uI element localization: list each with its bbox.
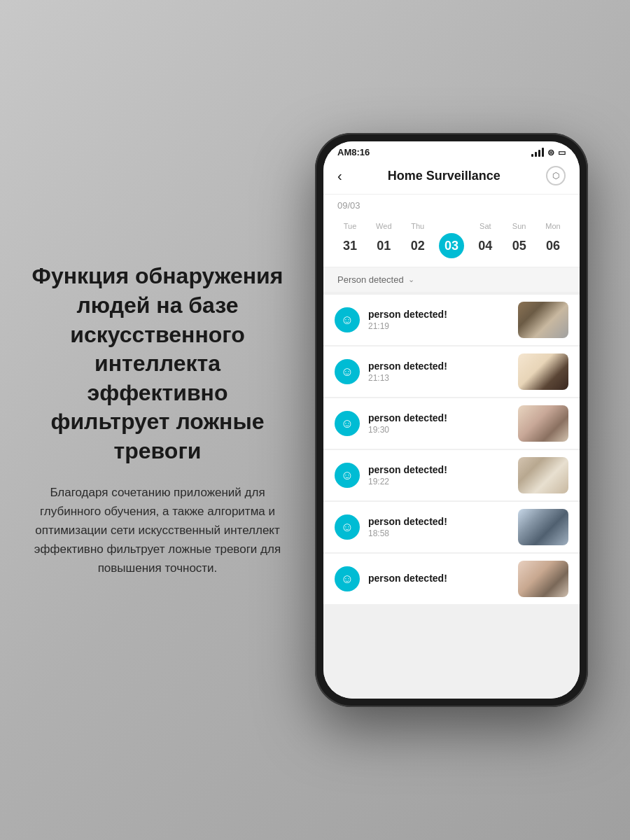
calendar-day-02[interactable]: Thu02 [402, 222, 433, 258]
day-name: Thu [411, 222, 424, 230]
event-time: 19:22 [368, 477, 510, 486]
day-number: 06 [540, 233, 566, 258]
event-item[interactable]: ☺person detected!21:19 [323, 295, 580, 345]
event-title: person detected! [368, 360, 510, 372]
event-title: person detected! [368, 412, 510, 424]
main-title: Функция обнаружения людей на базе искусс… [28, 262, 287, 465]
filter-row[interactable]: Person detected ⌄ [323, 267, 580, 292]
event-thumbnail [518, 561, 568, 597]
event-thumbnail [518, 457, 568, 493]
calendar-day-03[interactable]: Fri03 [436, 222, 467, 258]
event-info: person detected!21:13 [368, 360, 510, 383]
calendar-day-31[interactable]: Tue31 [335, 222, 365, 258]
day-number: 05 [507, 233, 532, 258]
day-name: Mon [545, 222, 560, 230]
day-name: Wed [376, 222, 391, 230]
events-list: ☺person detected!21:19☺person detected!2… [323, 292, 580, 699]
calendar-day-04[interactable]: Sat04 [470, 222, 500, 258]
person-detected-icon: ☺ [335, 463, 360, 488]
event-thumbnail [518, 354, 568, 390]
status-time: AM8:16 [337, 147, 370, 158]
day-number: 02 [405, 233, 430, 258]
day-number: 31 [337, 233, 363, 258]
event-thumbnail [518, 509, 568, 545]
date-section: 09/03 [323, 195, 580, 216]
person-detected-icon: ☺ [335, 566, 360, 592]
battery-icon: ▭ [558, 148, 566, 158]
phone-mockup: AM8:16 ⊜ ▭ ‹ Home Surveillance ⬡ [315, 133, 588, 707]
phone-wrapper: AM8:16 ⊜ ▭ ‹ Home Surveillance ⬡ [294, 133, 609, 707]
day-name: Tue [344, 222, 357, 230]
person-detected-icon: ☺ [335, 359, 360, 384]
calendar-strip: Tue31Wed01Thu02Fri03Sat04Sun05Mon06 [323, 216, 580, 267]
event-item[interactable]: ☺person detected!21:13 [323, 346, 580, 397]
event-item[interactable]: ☺person detected!18:58 [323, 502, 580, 552]
event-thumbnail [518, 302, 568, 338]
day-name: Fri [447, 222, 456, 230]
person-detected-icon: ☺ [335, 307, 360, 332]
signal-icon [531, 148, 544, 157]
status-icons: ⊜ ▭ [531, 148, 566, 158]
event-info: person detected!18:58 [368, 516, 510, 538]
event-title: person detected! [368, 464, 510, 475]
event-title: person detected! [368, 309, 510, 320]
day-name: Sat [479, 222, 491, 230]
event-info: person detected!21:19 [368, 309, 510, 331]
status-bar: AM8:16 ⊜ ▭ [323, 141, 580, 160]
event-title: person detected! [368, 516, 510, 527]
settings-icon[interactable]: ⬡ [546, 166, 566, 186]
event-time: 19:30 [368, 425, 510, 435]
person-detected-icon: ☺ [335, 411, 360, 436]
back-button[interactable]: ‹ [337, 168, 342, 184]
app-header: ‹ Home Surveillance ⬡ [323, 160, 580, 195]
event-time: 21:13 [368, 373, 510, 383]
event-item[interactable]: ☺person detected!19:30 [323, 398, 580, 449]
left-panel: Функция обнаружения людей на базе искусс… [21, 262, 287, 578]
person-detected-icon: ☺ [335, 514, 360, 540]
event-item[interactable]: ☺person detected! [323, 554, 580, 604]
event-title: person detected! [368, 573, 510, 584]
day-number: 03 [439, 233, 464, 258]
day-number: 01 [371, 233, 396, 258]
event-info: person detected! [368, 573, 510, 585]
calendar-day-05[interactable]: Sun05 [504, 222, 535, 258]
event-info: person detected!19:22 [368, 464, 510, 486]
event-info: person detected!19:30 [368, 412, 510, 435]
event-thumbnail [518, 405, 568, 442]
calendar-day-01[interactable]: Wed01 [368, 222, 399, 258]
event-time: 18:58 [368, 528, 510, 538]
day-name: Sun [512, 222, 526, 230]
chevron-down-icon: ⌄ [408, 275, 414, 284]
date-label: 09/03 [337, 200, 566, 211]
event-time: 21:19 [368, 321, 510, 331]
calendar-day-06[interactable]: Mon06 [538, 222, 568, 258]
day-number: 04 [472, 233, 498, 258]
phone-screen: AM8:16 ⊜ ▭ ‹ Home Surveillance ⬡ [323, 141, 580, 699]
filter-label: Person detected [337, 274, 404, 285]
app-title: Home Surveillance [388, 169, 500, 183]
wifi-icon: ⊜ [547, 148, 554, 158]
sub-text: Благодаря сочетанию приложений для глуби… [28, 483, 287, 578]
event-item[interactable]: ☺person detected!19:22 [323, 450, 580, 500]
